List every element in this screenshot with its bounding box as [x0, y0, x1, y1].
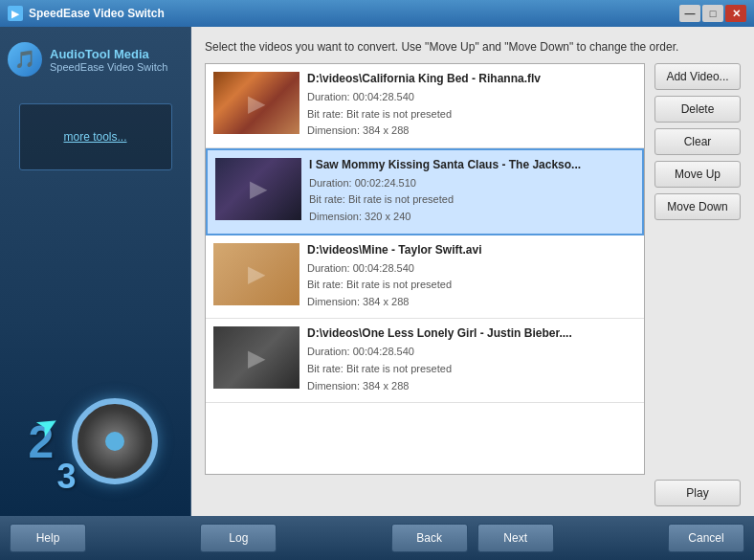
video-thumbnail: ▶ — [213, 243, 299, 305]
window-controls: — □ ✕ — [679, 5, 746, 22]
video-list-item[interactable]: ▶ D:\videos\Mine - Taylor Swift.avi Dura… — [206, 235, 644, 320]
delete-button[interactable]: Delete — [654, 96, 741, 123]
reel-disc — [72, 398, 158, 484]
video-meta: Duration: 00:02:24.510 Bit rate: Bit rat… — [309, 175, 634, 226]
video-list-item[interactable]: ▶ I Saw Mommy Kissing Santa Claus - The … — [206, 148, 644, 235]
sidebar-title: AudioTool Media SpeedEase Video Switch — [50, 47, 167, 73]
video-info: D:\videos\One Less Lonely Girl - Justin … — [307, 326, 636, 394]
video-list-item[interactable]: ▶ D:\videos\One Less Lonely Girl - Justi… — [206, 319, 644, 403]
maximize-button[interactable]: □ — [702, 5, 723, 22]
video-title: D:\videos\Mine - Taylor Swift.avi — [307, 243, 636, 257]
video-list-item[interactable]: ▶ D:\videos\California King Bed - Rihann… — [206, 64, 644, 148]
title-bar-left: ▶ SpeedEase Video Switch — [8, 6, 165, 21]
log-button[interactable]: Log — [200, 524, 277, 552]
content-main: ▶ D:\videos\California King Bed - Rihann… — [205, 63, 741, 506]
video-title: D:\videos\One Less Lonely Girl - Justin … — [307, 326, 636, 340]
brand-line2: SpeedEase Video Switch — [50, 61, 167, 73]
video-meta: Duration: 00:04:28.540 Bit rate: Bit rat… — [307, 89, 636, 140]
video-meta: Duration: 00:04:28.540 Bit rate: Bit rat… — [307, 344, 636, 394]
close-button[interactable]: ✕ — [725, 5, 746, 22]
instruction-text: Select the videos you want to convert. U… — [205, 40, 741, 54]
app-icon: ▶ — [8, 6, 23, 21]
buttons-panel: Add Video... Delete Clear Move Up Move D… — [654, 63, 741, 506]
video-meta: Duration: 00:04:28.540 Bit rate: Bit rat… — [307, 260, 636, 311]
more-tools-link[interactable]: more tools... — [63, 130, 126, 144]
content-area: Select the videos you want to convert. U… — [191, 27, 754, 516]
video-info: D:\videos\California King Bed - Rihanna.… — [307, 72, 636, 140]
clear-button[interactable]: Clear — [654, 128, 741, 155]
next-button[interactable]: Next — [477, 524, 554, 552]
minimize-button[interactable]: — — [679, 5, 700, 22]
app-body: 🎵 AudioTool Media SpeedEase Video Switch… — [0, 27, 754, 516]
title-bar: ▶ SpeedEase Video Switch — □ ✕ — [0, 0, 754, 27]
bottom-bar: Help Log Back Next Cancel — [0, 516, 754, 560]
sidebar-graphic: 2 ➤ 3 — [19, 374, 172, 499]
sidebar: 🎵 AudioTool Media SpeedEase Video Switch… — [0, 27, 191, 516]
add-video-button[interactable]: Add Video... — [654, 63, 741, 90]
move-up-button[interactable]: Move Up — [654, 161, 741, 188]
reel-num2: 3 — [57, 459, 77, 494]
play-button[interactable]: Play — [654, 480, 741, 506]
video-thumbnail: ▶ — [213, 72, 299, 134]
sidebar-logo: 🎵 AudioTool Media SpeedEase Video Switch — [8, 42, 167, 77]
video-thumbnail: ▶ — [215, 158, 301, 220]
reel-graphic: 2 ➤ 3 — [29, 379, 163, 494]
logo-icon: 🎵 — [8, 42, 42, 77]
video-title: I Saw Mommy Kissing Santa Claus - The Ja… — [309, 158, 634, 171]
cancel-button[interactable]: Cancel — [668, 524, 744, 552]
tools-box: more tools... — [19, 103, 172, 170]
play-btn-wrap: Play — [654, 460, 741, 506]
back-button[interactable]: Back — [391, 524, 468, 552]
video-list[interactable]: ▶ D:\videos\California King Bed - Rihann… — [205, 63, 645, 475]
help-button[interactable]: Help — [10, 524, 86, 552]
video-thumbnail: ▶ — [213, 326, 299, 389]
video-info: D:\videos\Mine - Taylor Swift.avi Durati… — [307, 243, 636, 311]
move-down-button[interactable]: Move Down — [654, 193, 741, 220]
brand-line1: AudioTool Media — [50, 47, 167, 61]
video-title: D:\videos\California King Bed - Rihanna.… — [307, 72, 636, 85]
video-info: I Saw Mommy Kissing Santa Claus - The Ja… — [309, 158, 634, 226]
nav-buttons: Back Next — [391, 524, 554, 552]
app-title: SpeedEase Video Switch — [29, 7, 165, 20]
